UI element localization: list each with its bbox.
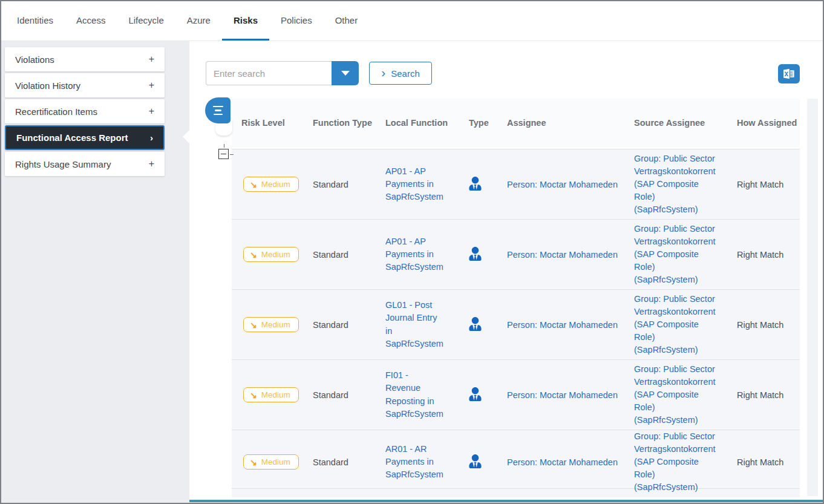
source-assignee-link[interactable]: Group: Public Sector Vertragskontokorren…: [623, 293, 723, 356]
chevron-right-icon: ›: [381, 66, 385, 79]
tree-collapse-icon[interactable]: [218, 149, 229, 159]
arrow-down-right-icon: ↘: [250, 321, 257, 329]
sidebar-item-label: Violations: [15, 54, 54, 65]
column-header-assignee[interactable]: Assignee: [496, 118, 623, 128]
app-window: Identities Access Lifecycle Azure Risks …: [0, 0, 824, 504]
sidebar-item-violation-history[interactable]: Violation History +: [5, 73, 165, 97]
assignee-link[interactable]: Person: Moctar Mohameden: [496, 180, 623, 189]
tab-policies[interactable]: Policies: [269, 1, 324, 41]
assignee-link[interactable]: Person: Moctar Mohameden: [496, 320, 623, 330]
top-tab-bar: Identities Access Lifecycle Azure Risks …: [1, 1, 823, 41]
column-header-how-assigned[interactable]: How Assigned: [723, 118, 800, 128]
tab-risks[interactable]: Risks: [222, 1, 269, 41]
assignee-link[interactable]: Person: Moctar Mohameden: [496, 250, 623, 260]
main-panel: › Search Risk Level Function: [189, 41, 823, 502]
local-function-link[interactable]: GL01 - Post Journal Entry in SapRfcSyste…: [378, 299, 460, 350]
column-menu-button[interactable]: [205, 97, 231, 123]
function-type-cell: Standard: [302, 320, 378, 330]
chevron-right-icon: ›: [150, 133, 153, 143]
how-assigned-cell: Right Match: [723, 250, 800, 260]
risk-badge: ↘Medium: [243, 387, 299, 402]
sidebar-item-rights-usage-summary[interactable]: Rights Usage Summary +: [5, 152, 165, 176]
person-icon: [469, 247, 482, 261]
table-row: ↘Medium Standard AR01 - AR Payments in S…: [232, 430, 800, 489]
person-icon: [469, 454, 482, 468]
search-dropdown-button[interactable]: [332, 61, 359, 85]
risk-badge: ↘Medium: [243, 317, 299, 332]
tab-access[interactable]: Access: [65, 1, 117, 41]
tab-other[interactable]: Other: [324, 1, 370, 41]
person-icon: [469, 317, 482, 331]
sidebar-item-label: Violation History: [15, 80, 80, 91]
search-input[interactable]: [206, 61, 332, 85]
vertical-scrollbar[interactable]: [807, 99, 818, 496]
tab-identities[interactable]: Identities: [5, 1, 65, 41]
how-assigned-cell: Right Match: [723, 390, 800, 400]
table-row: ↘Medium Standard FI01 - Revenue Repostin…: [232, 359, 800, 430]
arrow-down-right-icon: ↘: [250, 250, 257, 259]
tab-azure[interactable]: Azure: [175, 1, 222, 41]
arrow-down-right-icon: ↘: [250, 458, 257, 466]
column-header-local-function[interactable]: Local Function: [378, 118, 460, 128]
local-function-link[interactable]: AR01 - AR Payments in SapRfcSystem: [378, 443, 460, 481]
column-header-type[interactable]: Type: [460, 118, 496, 128]
functional-access-table: Risk Level Function Type Local Function …: [232, 99, 800, 497]
minus-icon: [221, 154, 226, 155]
sidebar-item-label: Rights Usage Summary: [15, 159, 111, 169]
function-type-cell: Standard: [302, 390, 378, 400]
expand-plus-icon: +: [149, 80, 154, 91]
function-type-cell: Standard: [302, 250, 378, 260]
source-assignee-link[interactable]: Group: Public Sector Vertragskontokorren…: [623, 223, 723, 286]
search-button-label: Search: [391, 68, 420, 79]
panel-pointer-arrow: [183, 130, 189, 143]
source-assignee-link[interactable]: Group: Public Sector Vertragskontokorren…: [623, 363, 723, 427]
local-function-link[interactable]: AP01 - AP Payments in SapRfcSystem: [378, 165, 460, 203]
how-assigned-cell: Right Match: [723, 457, 800, 467]
column-header-risk-level[interactable]: Risk Level: [232, 118, 302, 128]
local-function-link[interactable]: AP01 - AP Payments in SapRfcSystem: [378, 235, 460, 273]
column-header-function-type[interactable]: Function Type: [302, 118, 378, 128]
expand-plus-icon: +: [149, 159, 154, 169]
arrow-down-right-icon: ↘: [250, 391, 257, 399]
risk-badge: ↘Medium: [243, 177, 299, 192]
caret-down-icon: [341, 71, 350, 76]
horizontal-scrollbar[interactable]: [189, 500, 823, 502]
source-assignee-link[interactable]: Group: Public Sector Vertragskontokorren…: [623, 430, 723, 494]
search-group: [206, 61, 359, 85]
risk-badge: ↘Medium: [243, 454, 299, 470]
content-area: Violations + Violation History + Recerti…: [1, 41, 823, 502]
function-type-cell: Standard: [302, 180, 378, 189]
sidebar-item-violations[interactable]: Violations +: [5, 47, 165, 71]
function-type-cell: Standard: [302, 457, 378, 467]
sidebar-item-functional-access-report[interactable]: Functional Access Report ›: [5, 125, 165, 150]
assignee-link[interactable]: Person: Moctar Mohameden: [496, 390, 623, 400]
sidebar-item-label: Recertification Items: [15, 106, 97, 117]
local-function-link[interactable]: FI01 - Revenue Reposting in SapRfcSystem: [378, 369, 460, 420]
sidebar-item-recertification-items[interactable]: Recertification Items +: [5, 99, 165, 123]
risk-badge: ↘Medium: [243, 247, 299, 262]
column-header-source-assignee[interactable]: Source Assignee: [623, 118, 723, 128]
table-row: ↘Medium Standard AP01 - AP Payments in S…: [232, 149, 800, 219]
expand-plus-icon: +: [149, 106, 154, 117]
sidebar-item-label: Functional Access Report: [16, 133, 128, 143]
assignee-link[interactable]: Person: Moctar Mohameden: [496, 457, 623, 467]
table-row: ↘Medium Standard GL01 - Post Journal Ent…: [232, 289, 800, 359]
report-sidebar: Violations + Violation History + Recerti…: [5, 47, 165, 178]
expand-plus-icon: +: [149, 54, 154, 65]
source-assignee-link[interactable]: Group: Public Sector Vertragskontokorren…: [623, 152, 723, 216]
how-assigned-cell: Right Match: [723, 180, 800, 189]
person-icon: [469, 387, 482, 401]
person-icon: [469, 177, 482, 191]
arrow-down-right-icon: ↘: [250, 180, 257, 189]
tab-lifecycle[interactable]: Lifecycle: [117, 1, 175, 41]
table-row: ↘Medium Standard AP01 - AP Payments in S…: [232, 219, 800, 289]
export-excel-button[interactable]: [778, 64, 800, 83]
table-header-row: Risk Level Function Type Local Function …: [232, 99, 800, 147]
how-assigned-cell: Right Match: [723, 320, 800, 330]
search-button[interactable]: › Search: [369, 62, 432, 85]
excel-icon: [783, 68, 795, 79]
list-icon: [213, 106, 223, 108]
